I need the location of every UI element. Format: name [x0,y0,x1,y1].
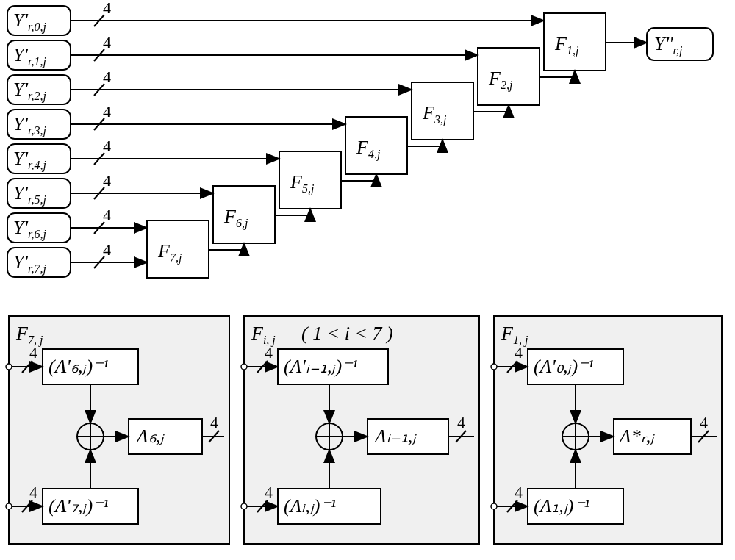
svg-point-60 [6,503,12,509]
svg-text:(Λᵢ,ⱼ)⁻¹: (Λᵢ,ⱼ)⁻¹ [284,495,337,517]
svg-text:4: 4 [103,240,111,259]
input-5: Y'r,5,j [7,179,71,208]
svg-text:4: 4 [514,343,523,362]
svg-text:(Λ'₆,ⱼ)⁻¹: (Λ'₆,ⱼ)⁻¹ [49,356,109,377]
svg-text:(Λ'₀,ⱼ)⁻¹: (Λ'₀,ⱼ)⁻¹ [534,356,594,377]
svg-point-79 [241,364,247,370]
input-6: Y'r,6,j [7,213,71,243]
svg-rect-16 [147,220,209,278]
svg-text:4: 4 [103,68,111,86]
detail-panel-0: F7, j (Λ'₆,ⱼ)⁻¹ (Λ'₇,ⱼ)⁻¹ Λ₆,ⱼ [6,316,229,544]
input-1: Y'r,1,j [7,40,71,70]
svg-text:4: 4 [103,102,111,121]
svg-text:(Λ₁,ⱼ)⁻¹: (Λ₁,ⱼ)⁻¹ [534,495,590,517]
svg-rect-18 [213,186,275,243]
fblock-f7: F7,j [147,220,209,278]
svg-text:4: 4 [103,137,111,155]
svg-text:4: 4 [103,0,111,17]
svg-point-99 [491,503,497,509]
svg-text:4: 4 [700,413,708,431]
fblock-f3: F3,j [412,82,473,140]
fblock-f4: F4,j [345,117,407,174]
inputs-group: Y'r,0,j Y'r,1,j Y'r,2,j Y'r,3,j Y'r,4,j … [7,6,71,277]
svg-text:4: 4 [29,343,37,362]
svg-rect-20 [279,151,341,209]
fblock-f1: F1,j [544,13,606,71]
svg-text:Λ₆,ⱼ: Λ₆,ⱼ [135,426,165,447]
svg-text:Λᵢ₋₁,ⱼ: Λᵢ₋₁,ⱼ [373,426,417,447]
svg-rect-26 [478,48,539,105]
svg-text:(Λ'₇,ⱼ)⁻¹: (Λ'₇,ⱼ)⁻¹ [49,495,109,517]
fblock-f6: F6,j [213,186,275,243]
svg-text:4: 4 [210,413,218,431]
svg-point-80 [241,503,247,509]
input-0: Y'r,0,j [7,6,71,35]
svg-point-59 [6,364,12,370]
detail-panels: F7, j (Λ'₆,ⱼ)⁻¹ (Λ'₇,ⱼ)⁻¹ Λ₆,ⱼ [6,316,722,544]
input-3: Y'r,3,j [7,110,71,139]
svg-text:4: 4 [103,206,111,224]
svg-text:4: 4 [29,483,37,501]
svg-text:4: 4 [514,483,523,501]
fblock-f2: F2,j [478,48,539,105]
svg-text:4: 4 [265,343,273,362]
svg-rect-28 [544,13,606,71]
input-2: Y'r,2,j [7,75,71,104]
svg-text:( 1 < i < 7 ): ( 1 < i < 7 ) [301,323,393,344]
svg-text:4: 4 [103,171,111,190]
svg-point-98 [491,364,497,370]
svg-text:(Λ'ᵢ₋₁,ⱼ)⁻¹: (Λ'ᵢ₋₁,ⱼ)⁻¹ [284,356,358,377]
fblock-f5: F5,j [279,151,341,209]
input-4: Y'r,4,j [7,144,71,173]
svg-rect-24 [412,82,473,140]
input-7: Y'r,7,j [7,248,71,277]
svg-text:4: 4 [457,413,465,431]
detail-panel-1: Fi, j ( 1 < i < 7 ) (Λ'ᵢ₋₁,ⱼ)⁻¹ (Λᵢ,ⱼ)⁻¹… [241,316,479,544]
svg-text:4: 4 [103,33,111,51]
svg-text:4: 4 [265,483,273,501]
svg-rect-22 [345,117,407,174]
top-structure: Y'r,0,j Y'r,1,j Y'r,2,j Y'r,3,j Y'r,4,j … [7,0,713,278]
diagram-canvas: Y'r,0,j Y'r,1,j Y'r,2,j Y'r,3,j Y'r,4,j … [0,0,735,560]
detail-panel-2: F1, j (Λ'₀,ⱼ)⁻¹ (Λ₁,ⱼ)⁻¹ Λ*ᵣ,ⱼ 4 4 4 [491,316,722,544]
output-box: Y''r,j [647,28,713,60]
svg-text:Λ*ᵣ,ⱼ: Λ*ᵣ,ⱼ [617,426,655,447]
